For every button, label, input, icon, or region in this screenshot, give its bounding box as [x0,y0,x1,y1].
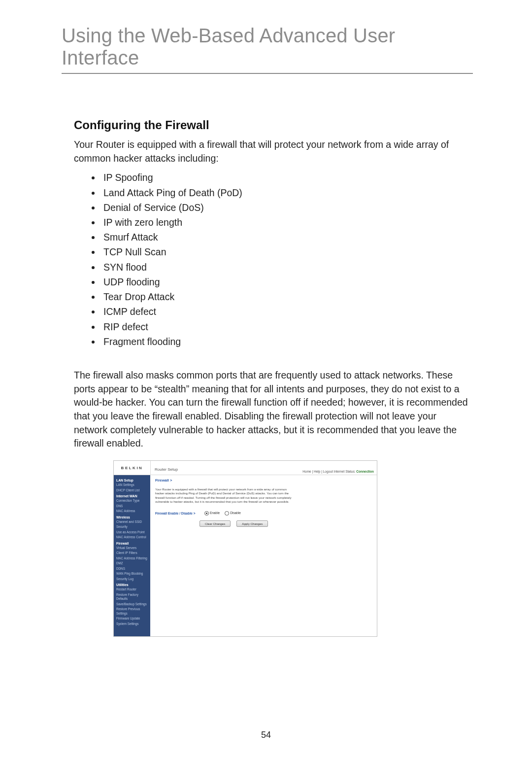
sidebar-item[interactable]: MAC Address [114,509,150,514]
sidebar-item[interactable]: MAC Address Filtering [114,556,150,561]
title-rule [62,73,473,74]
attack-list: IP Spoofing Land Attack Ping of Death (P… [74,170,470,349]
sidebar-item[interactable]: System Settings [114,622,150,627]
router-sidebar: LAN SetupLAN SettingsDHCP Client ListInt… [114,475,150,636]
disable-option[interactable]: Disable [225,511,241,516]
toplinks-text: Home | Help | Logout Internet Status: [302,470,356,473]
page-title: Using the Web-Based Advanced User Interf… [62,25,473,69]
page-number: 54 [0,730,532,740]
list-item: SYN flood [101,260,470,275]
breadcrumb: Firewall > [155,478,372,483]
section-heading: Configuring the Firewall [74,118,470,132]
sidebar-item[interactable]: LAN Settings [114,483,150,488]
sidebar-item[interactable]: WAN Ping Blocking [114,571,150,577]
router-top-links[interactable]: Home | Help | Logout Internet Status: Co… [302,470,374,473]
sidebar-group: Wireless [114,514,150,519]
list-item: RIP defect [101,319,470,334]
list-item: Smurf Attack [101,230,470,244]
sidebar-group: LAN Setup [114,477,150,483]
internet-status-value: Connection [356,470,374,473]
list-item: Tear Drop Attack [101,289,470,304]
sidebar-item[interactable]: Security Log [114,577,150,582]
clear-changes-button[interactable]: Clear Changes [200,520,231,527]
body-paragraph: The firewall also masks common ports tha… [74,369,470,450]
sidebar-item[interactable]: Restart Router [114,587,150,592]
sidebar-group: Internet WAN [114,493,150,498]
router-title: Router Setup [151,467,182,475]
sidebar-item[interactable]: Virtual Servers [114,546,150,551]
sidebar-item[interactable]: Use as Access Point [114,530,150,535]
sidebar-item[interactable]: DDNS [114,566,150,572]
router-body: LAN SetupLAN SettingsDHCP Client ListInt… [114,475,377,636]
list-item: ICMP defect [101,304,470,319]
router-screenshot: BELKIN Router Setup Home | Help | Logout… [113,460,377,637]
belkin-logo: BELKIN [114,461,151,475]
sidebar-item[interactable]: DNS [114,504,150,509]
list-item: Denial of Service (DoS) [101,200,470,215]
apply-changes-button[interactable]: Apply Changes [236,520,268,527]
sidebar-item[interactable]: DHCP Client List [114,488,150,493]
intro-paragraph: Your Router is equipped with a firewall … [74,138,470,165]
sidebar-item[interactable]: Restore Factory Defaults [114,592,150,602]
list-item: IP Spoofing [101,170,470,185]
sidebar-group: Utilities [114,582,150,587]
enable-option[interactable]: Enable [204,511,220,516]
sidebar-item[interactable]: Save/Backup Settings [114,602,150,607]
radio-icon [204,511,209,516]
sidebar-item[interactable]: DMZ [114,561,150,566]
document-page: Using the Web-Based Advanced User Interf… [0,0,532,760]
radio-icon [225,511,229,516]
list-item: IP with zero length [101,215,470,230]
section-body: Configuring the Firewall Your Router is … [62,118,473,637]
sidebar-item[interactable]: Restore Previous Settings [114,607,150,616]
sidebar-group: Firewall [114,540,150,546]
list-item: Land Attack Ping of Death (PoD) [101,185,470,200]
router-main: Firewall > Your Router is equipped with … [150,475,377,636]
router-header: BELKIN Router Setup Home | Help | Logout… [114,461,377,475]
button-row: Clear Changes Apply Changes [200,520,372,527]
enable-label: Enable [210,511,220,515]
sidebar-item[interactable]: Firmware Update [114,616,150,622]
sidebar-item[interactable]: Client IP Filters [114,551,150,556]
sidebar-item[interactable]: Security [114,524,150,530]
sidebar-item[interactable]: MAC Address Control [114,535,150,540]
list-item: UDP flooding [101,275,470,289]
list-item: Fragment flooding [101,334,470,349]
list-item: TCP Null Scan [101,244,470,259]
sidebar-item[interactable]: Channel and SSID [114,519,150,525]
firewall-description: Your Router is equipped with a firewall … [155,487,293,504]
firewall-toggle-row: Firewall Enable / Disable > Enable Disab… [155,511,372,516]
toggle-label: Firewall Enable / Disable > [155,512,200,515]
sidebar-item[interactable]: Connection Type [114,498,150,504]
disable-label: Disable [230,511,241,515]
